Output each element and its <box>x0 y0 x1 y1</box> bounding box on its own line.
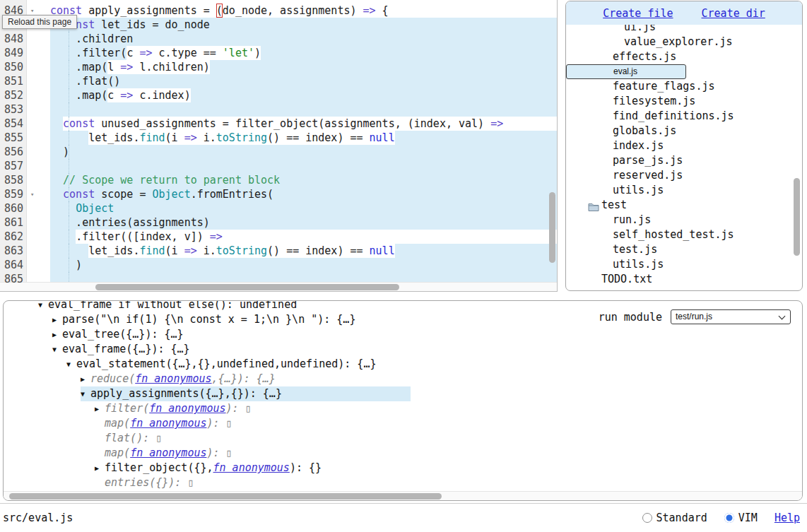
expand-arrow-icon[interactable]: ▶ <box>81 372 90 386</box>
call-tree-horizontal-scrollbar-thumb[interactable] <box>9 493 442 500</box>
code-line[interactable]: 856 ) <box>0 145 557 159</box>
code-line[interactable]: 847 const let_ids = do_node <box>0 18 557 32</box>
expand-arrow-icon[interactable]: ▶ <box>95 461 105 475</box>
expand-arrow-icon[interactable]: ▼ <box>81 386 90 401</box>
fold-gutter <box>27 215 50 230</box>
file-item[interactable]: eval.js <box>566 64 686 79</box>
call-tree-row[interactable]: ▶filter(fn anonymous): ▯ <box>4 401 802 416</box>
expand-arrow-icon[interactable]: ▶ <box>52 327 62 342</box>
code-line[interactable]: 862 .filter(([index, v]) => <box>0 230 557 244</box>
code-line[interactable]: 860 Object <box>0 201 557 215</box>
editor-vertical-scrollbar-thumb[interactable] <box>549 192 555 263</box>
fn-anonymous-link[interactable]: fn anonymous <box>213 461 290 474</box>
file-item[interactable]: globals.js <box>566 124 802 138</box>
file-item[interactable]: effects.js <box>566 49 802 64</box>
code-text: const scope = Object.fromEntries( <box>50 187 557 201</box>
file-item[interactable]: feature_flags.js <box>566 79 802 94</box>
file-name: eval.js <box>613 66 637 76</box>
expand-arrow-icon[interactable]: ▼ <box>66 357 76 372</box>
call-tree-row[interactable]: ▶reduce(fn anonymous,{…}): {…} <box>4 372 802 386</box>
fold-gutter <box>27 173 50 187</box>
editor-horizontal-scrollbar-thumb[interactable] <box>95 284 399 290</box>
code-editor[interactable]: 846▾const apply_assignments = (do_node, … <box>0 0 558 292</box>
file-item[interactable]: utils.js <box>566 183 802 198</box>
expand-arrow-icon[interactable]: ▼ <box>52 342 62 357</box>
run-module-control: run module test/run.js <box>599 309 791 324</box>
file-item[interactable]: value_explorer.js <box>566 35 802 49</box>
call-tree-row[interactable]: ▶filter_object({},fn anonymous): {} <box>4 461 802 475</box>
vim-radio[interactable] <box>724 513 734 523</box>
editor-horizontal-scrollbar[interactable] <box>0 282 557 291</box>
expand-arrow-icon[interactable]: ▶ <box>52 312 62 327</box>
fn-anonymous-link[interactable]: fn anonymous <box>149 402 225 415</box>
indent-guide <box>69 230 69 244</box>
file-item[interactable]: find_definitions.js <box>566 109 802 124</box>
code-text: .filter(([index, v]) => <box>50 230 557 244</box>
code-text: ) <box>50 258 557 272</box>
code-line[interactable]: 846▾const apply_assignments = (do_node, … <box>0 4 557 18</box>
call-tree-row[interactable]: map(fn anonymous): ▯ <box>4 416 802 431</box>
indent-guide <box>69 102 69 117</box>
fold-arrow-icon[interactable]: ▾ <box>27 187 50 201</box>
code-text: .map(l => l.children) <box>50 60 557 74</box>
code-line[interactable]: 852 .map(c => c.index) <box>0 88 557 102</box>
call-tree-row[interactable]: ▼apply_assignments({…},{}): {…} <box>4 386 802 401</box>
code-line[interactable]: 855 let_ids.find(i => i.toString() == in… <box>0 131 557 145</box>
expand-arrow-icon[interactable]: ▶ <box>95 401 105 416</box>
call-text: map( <box>105 447 130 459</box>
file-item[interactable]: index.js <box>566 138 802 153</box>
vim-mode-option[interactable]: VIM <box>724 512 758 524</box>
code-line[interactable]: 864 ) <box>0 258 557 272</box>
file-name: utils.js <box>613 184 664 196</box>
call-tree-horizontal-scrollbar[interactable] <box>4 491 802 500</box>
indent-guide <box>69 258 69 272</box>
file-item[interactable]: run.js <box>566 213 802 227</box>
code-line[interactable]: 854 const unused_assignments = filter_ob… <box>0 117 557 131</box>
create-dir-link[interactable]: Create dir <box>702 7 765 20</box>
line-number: 856 <box>0 145 27 159</box>
code-line[interactable]: 851 .flat() <box>0 74 557 88</box>
code-line[interactable]: 850 .map(l => l.children) <box>0 60 557 74</box>
call-tree-row[interactable]: map(fn anonymous): ▯ <box>4 446 802 461</box>
call-text: ): {} <box>290 461 322 474</box>
empty-array-glyph: ▯ <box>226 417 232 430</box>
file-item[interactable]: reserved.js <box>566 168 802 183</box>
file-item[interactable]: self_hosted_test.js <box>566 227 802 242</box>
standard-mode-option[interactable]: Standard <box>642 512 707 524</box>
code-line[interactable]: 861 .entries(assignments) <box>0 215 557 230</box>
file-item[interactable]: parse_js.js <box>566 153 802 168</box>
call-tree-row[interactable]: entries({}): ▯ <box>4 475 802 490</box>
create-file-link[interactable]: Create file <box>603 7 673 20</box>
code-line[interactable]: 863 let_ids.find(i => i.toString() == in… <box>0 244 557 258</box>
call-tree-row[interactable]: ▼eval_statement({…},{},undefined,undefin… <box>4 357 802 372</box>
fold-gutter <box>27 60 50 74</box>
code-line[interactable]: 859▾ const scope = Object.fromEntries( <box>0 187 557 201</box>
fn-anonymous-link[interactable]: fn anonymous <box>130 447 206 459</box>
code-text <box>50 102 557 117</box>
file-item[interactable]: utils.js <box>566 257 802 272</box>
file-tree: ui.jsvalue_explorer.jseffects.jseval.jsf… <box>566 20 802 287</box>
fn-anonymous-link[interactable]: fn anonymous <box>130 417 206 430</box>
code-line[interactable]: 858 // Scope we return to parent block <box>0 173 557 187</box>
call-tree-row[interactable]: flat(): ▯ <box>4 431 802 446</box>
standard-radio[interactable] <box>642 513 652 523</box>
call-tree-row[interactable]: ▼eval_frame({…}): {…} <box>4 342 802 357</box>
call-tree-row[interactable]: ▶eval_tree({…}): {…} <box>4 327 802 342</box>
code-text: .map(c => c.index) <box>50 88 557 102</box>
code-text: let_ids.find(i => i.toString() == index)… <box>50 244 557 258</box>
code-text: const apply_assignments = (do_node, assi… <box>50 4 557 18</box>
folder-item[interactable]: test <box>566 198 802 213</box>
code-line[interactable]: 849 .filter(c => c.type == 'let') <box>0 46 557 60</box>
expand-arrow-icon[interactable]: ▼ <box>38 301 48 312</box>
call-text: eval_statement({…},{},undefined,undefine… <box>76 357 376 370</box>
call-tree-viewport: ▼eval_frame if without else(): undefined… <box>4 301 802 490</box>
help-link[interactable]: Help <box>774 512 800 524</box>
run-module-select[interactable]: test/run.js <box>671 309 791 324</box>
file-item[interactable]: filesystem.js <box>566 94 802 109</box>
file-item[interactable]: TODO.txt <box>566 272 802 287</box>
file-item[interactable]: test.js <box>566 242 802 257</box>
code-line[interactable]: 853 <box>0 102 557 117</box>
code-line[interactable]: 848 .children <box>0 32 557 46</box>
code-line[interactable]: 857 <box>0 159 557 173</box>
fn-anonymous-link[interactable]: fn anonymous <box>135 372 211 385</box>
